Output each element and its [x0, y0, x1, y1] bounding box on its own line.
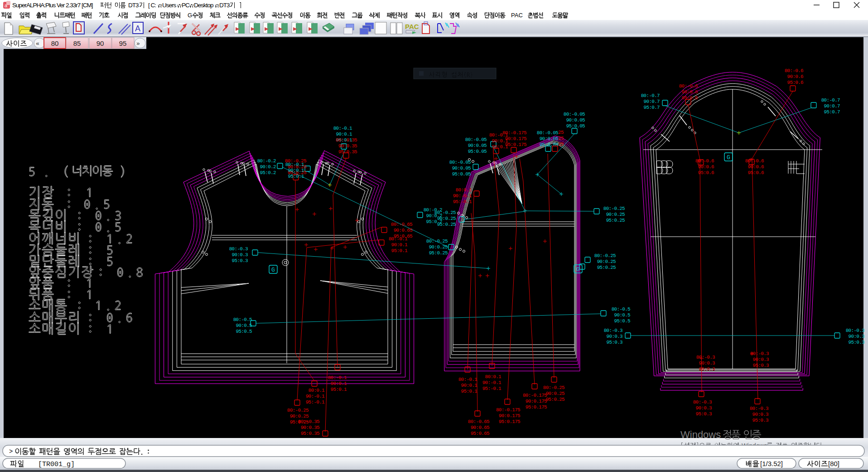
svg-text:95:0.3: 95:0.3 [607, 340, 623, 345]
svg-text:PC: PC [182, 2, 190, 9]
svg-text:90:-0.1: 90:-0.1 [482, 380, 502, 385]
svg-text:90:0.05: 90:0.05 [468, 143, 487, 148]
svg-text:80:-0.6: 80:-0.6 [785, 68, 803, 73]
svg-text:DT3: DT3 [128, 2, 139, 9]
svg-text:G: G [727, 154, 730, 161]
svg-text:90:0.2: 90:0.2 [260, 164, 276, 170]
svg-text:80:-0.3: 80:-0.3 [846, 328, 864, 333]
svg-text:90:0.35: 90:0.35 [338, 143, 357, 149]
svg-text:90:0.6: 90:0.6 [682, 89, 698, 95]
svg-text:80:-0.65: 80:-0.65 [468, 419, 489, 424]
svg-text:a: a [5, 3, 8, 8]
svg-text:90:0.3: 90:0.3 [696, 405, 712, 411]
svg-text:95:0.3: 95:0.3 [699, 366, 715, 372]
svg-text:A: A [135, 24, 140, 33]
svg-text:95:0.3: 95:0.3 [753, 363, 769, 368]
svg-text:80:-0.2: 80:-0.2 [257, 158, 276, 164]
svg-text:[ C:: [ C: [148, 2, 156, 9]
svg-text:90:0.175: 90:0.175 [526, 399, 547, 404]
svg-text:90:0.1: 90:0.1 [336, 131, 353, 137]
svg-text:90:0.5: 90:0.5 [614, 312, 631, 318]
svg-text:90:0.3: 90:0.3 [232, 252, 248, 258]
svg-text:»: » [136, 40, 140, 47]
svg-text:PAC: PAC [405, 23, 419, 30]
svg-text:80:-0.7: 80:-0.7 [821, 97, 840, 103]
svg-text:G: G [188, 12, 192, 19]
svg-text:90:0.1: 90:0.1 [461, 383, 478, 388]
svg-text:80:-0.3: 80:-0.3 [696, 355, 715, 360]
svg-text:80:-0.65: 80:-0.65 [391, 222, 412, 227]
svg-text:80:-0.1: 80:-0.1 [333, 126, 352, 131]
svg-text:90:-0.1: 90:-0.1 [306, 394, 325, 399]
svg-text:80:-0.175: 80:-0.175 [496, 407, 520, 413]
svg-text:80:-0.05: 80:-0.05 [537, 130, 558, 136]
svg-text:80:-0.05: 80:-0.05 [465, 137, 487, 142]
svg-text:95:0.7: 95:0.7 [644, 105, 660, 110]
svg-text:80:-0.25: 80:-0.25 [426, 238, 448, 244]
svg-text:95:0.35: 95:0.35 [338, 149, 357, 155]
svg-text:90:0.1: 90:0.1 [331, 381, 347, 386]
svg-text:95:0.05: 95:0.05 [566, 123, 585, 129]
svg-text:95:0.25: 95:0.25 [437, 222, 456, 227]
svg-text:90:0.175: 90:0.175 [499, 413, 520, 418]
svg-text:80:0.1: 80:0.1 [309, 388, 325, 393]
svg-text:95:0.175: 95:0.175 [526, 404, 547, 410]
svg-text:90:0.25: 90:0.25 [429, 244, 448, 250]
svg-text:95:0.5: 95:0.5 [614, 318, 631, 324]
svg-text:>: > [9, 448, 13, 455]
svg-text:95:0.6: 95:0.6 [682, 95, 698, 101]
svg-text:80:-0.5: 80:-0.5 [612, 307, 630, 312]
svg-text:95:0.1: 95:0.1 [391, 248, 408, 253]
svg-text:95:0.05: 95:0.05 [452, 171, 471, 177]
svg-text:90:0.05: 90:0.05 [452, 165, 471, 171]
svg-text:90:0.3: 90:0.3 [753, 357, 769, 362]
svg-text:90:0.3: 90:0.3 [752, 412, 769, 417]
svg-text:80:-0.35: 80:-0.35 [336, 137, 357, 143]
svg-text:25: 25 [558, 136, 564, 141]
svg-text:90:0.1: 90:0.1 [391, 242, 408, 248]
svg-text:[1/3.52]: [1/3.52] [760, 460, 783, 467]
svg-text:Windows: Windows [680, 429, 721, 440]
svg-text:95:0.1: 95:0.1 [331, 387, 347, 392]
svg-text:90:0.65: 90:0.65 [394, 228, 412, 233]
svg-text:95:-0.1: 95:-0.1 [306, 399, 325, 405]
svg-text:80:-0.25: 80:-0.25 [434, 210, 456, 215]
svg-text:95:0.05: 95:0.05 [468, 149, 487, 154]
svg-text:90:0.35: 90:0.35 [301, 425, 319, 430]
svg-text:95:0.1: 95:0.1 [492, 144, 509, 150]
svg-text:SuperALPHA:Plus Ver 2.33r7 [CM: SuperALPHA:Plus Ver 2.33r7 [CM] [12, 2, 93, 9]
svg-text:80:-0.5: 80:-0.5 [233, 317, 252, 322]
svg-text:85: 85 [73, 39, 81, 47]
svg-text:95:0.3: 95:0.3 [752, 418, 769, 423]
svg-text:90:0.65: 90:0.65 [471, 425, 489, 430]
svg-text:80:-0.1: 80:-0.1 [285, 162, 304, 167]
svg-text:95:-0.1: 95:-0.1 [453, 199, 472, 204]
svg-text:90:0.25: 90:0.25 [290, 414, 309, 419]
svg-text:80:-0.1: 80:-0.1 [389, 236, 408, 242]
svg-text:90:0.175: 90:0.175 [505, 136, 526, 141]
svg-text:90:0.1: 90:0.1 [288, 168, 305, 173]
svg-text:90:0.25: 90:0.25 [437, 216, 456, 221]
svg-text:95:0.3: 95:0.3 [849, 340, 865, 345]
svg-text:95:0.25: 95:0.25 [597, 265, 616, 270]
svg-text:90:0.25: 90:0.25 [606, 212, 625, 217]
svg-text:95: 95 [119, 39, 127, 47]
svg-text:90:0.6: 90:0.6 [787, 74, 804, 79]
svg-text:80:-0.1: 80:-0.1 [489, 132, 508, 138]
svg-text:80:-0.3: 80:-0.3 [750, 406, 768, 411]
svg-text:95:0.3: 95:0.3 [232, 258, 248, 263]
svg-text:80:-0.6: 80:-0.6 [679, 83, 698, 89]
svg-text:80:-0.1: 80:-0.1 [328, 375, 347, 380]
svg-text:PAC: PAC [511, 12, 523, 19]
svg-text:80:-0.7: 80:-0.7 [641, 93, 660, 98]
svg-text:80:-0.3: 80:-0.3 [229, 246, 248, 252]
svg-text:95:0.25: 95:0.25 [546, 397, 564, 402]
svg-text:Desktop: Desktop [194, 2, 213, 9]
svg-text:95:0.25: 95:0.25 [606, 218, 625, 223]
svg-text:95:0.2: 95:0.2 [260, 170, 276, 175]
svg-text:95:0.7: 95:0.7 [824, 109, 840, 115]
svg-text:95:0.5: 95:0.5 [236, 329, 252, 334]
svg-text:80:-0.1: 80:-0.1 [458, 377, 477, 382]
svg-text:95:0.175: 95:0.175 [505, 142, 526, 147]
svg-text:80:0.1: 80:0.1 [456, 187, 473, 193]
